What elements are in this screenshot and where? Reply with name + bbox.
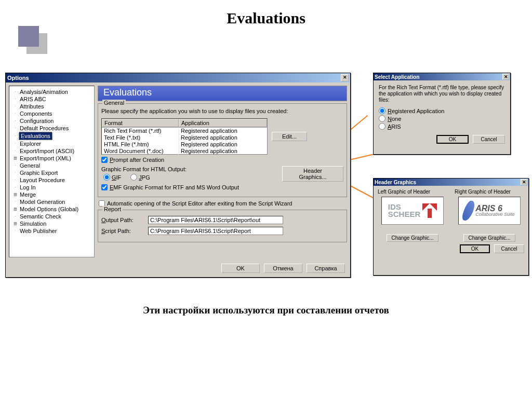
instruction-text: Please specify the application you wish …	[101, 108, 343, 114]
tree-item[interactable]: ·Explorer	[10, 140, 93, 147]
table-row[interactable]: HTML File (*.htm)Registered application	[102, 141, 267, 148]
tree-item[interactable]: ·Attributes	[10, 103, 93, 110]
tree-item[interactable]: ·Graphic Export	[10, 169, 93, 176]
prompt-after-creation-checkbox[interactable]: Prompt after Creation	[101, 157, 343, 163]
select-app-title: Select Application	[375, 74, 419, 80]
tree-item[interactable]: ·Default Procedures	[10, 125, 93, 132]
report-legend: Report	[102, 206, 123, 212]
tree-item[interactable]: ·Evaluations	[10, 132, 93, 140]
tree-item[interactable]: ⊞Merge	[10, 191, 93, 198]
tree-item[interactable]: ·Export/Import (ASCII)	[10, 147, 93, 155]
table-row[interactable]: Text File (*.txt)Registered application	[102, 134, 267, 141]
tree-item[interactable]: ·Semantic Check	[10, 213, 93, 220]
left-graphic-label: Left Graphic of Header	[378, 189, 430, 195]
select-application-dialog: Select Application ✕ For the Rich Text F…	[373, 73, 511, 155]
tree-item[interactable]: ·Log In	[10, 184, 93, 191]
group-legend: General	[102, 100, 126, 106]
script-path-label: Script Path:	[101, 228, 143, 234]
slide-caption: Эти настройки используются при составлен…	[0, 305, 532, 316]
right-graphic-label: Right Graphic of Header	[455, 189, 511, 195]
general-group: General Please specify the application y…	[98, 103, 347, 197]
cancel-button[interactable]: Cancel	[494, 244, 524, 253]
select-app-text: For the Rich Text Format (*.rtf) file ty…	[379, 85, 505, 103]
registered-app-radio[interactable]: Registered Application	[379, 107, 505, 114]
report-group: Report Output Path: Script Path:	[98, 210, 347, 242]
aris-radio[interactable]: ARIS	[379, 123, 505, 130]
gif-radio[interactable]: GIF	[103, 174, 121, 181]
emf-checkbox[interactable]: EMF Graphic Format for RTF and MS Word O…	[101, 184, 343, 190]
ok-button[interactable]: OK	[460, 244, 490, 253]
tree-item[interactable]: ·Components	[10, 110, 93, 117]
header-graphics-dialog: Header Graphics ✕ Left Graphic of Header…	[373, 178, 529, 276]
output-path-input[interactable]	[148, 216, 283, 224]
close-icon[interactable]: ✕	[502, 74, 509, 80]
tree-item[interactable]: ·Model Generation	[10, 198, 93, 205]
select-app-titlebar: Select Application ✕	[374, 73, 510, 80]
cancel-button[interactable]: Отмена	[264, 264, 302, 273]
page-title: Evaluations	[0, 0, 532, 27]
auto-open-checkbox[interactable]: Automatic opening of the Script Editor a…	[99, 200, 346, 207]
change-graphic-right-button[interactable]: Change Graphic...	[463, 234, 515, 242]
col-format[interactable]: Format	[102, 119, 179, 127]
aris-logo: ARIS 6 Collaborative Suite	[464, 201, 515, 221]
right-graphic-preview: ARIS 6 Collaborative Suite	[458, 197, 521, 225]
options-tree[interactable]: ·Analysis/Animation·ARIS ABC·Attributes·…	[9, 86, 95, 257]
close-icon[interactable]: ✕	[521, 179, 527, 185]
tree-item[interactable]: ·Web Publisher	[10, 227, 93, 235]
tree-item[interactable]: ·Analysis/Animation	[10, 88, 93, 95]
close-icon[interactable]: ✕	[341, 74, 349, 81]
tree-item[interactable]: ⊞Simulation	[10, 220, 93, 227]
header-graphics-button[interactable]: Header Graphics...	[282, 166, 343, 182]
tree-item[interactable]: ⊞Export/Import (XML)	[10, 155, 93, 162]
format-table[interactable]: Format Application Rich Text Format (*.r…	[101, 118, 268, 155]
help-button[interactable]: Справка	[307, 264, 345, 273]
cancel-button[interactable]: Cancel	[473, 135, 505, 144]
ok-button[interactable]: OK	[221, 264, 260, 273]
table-row[interactable]: Rich Text Format (*.rtf)Registered appli…	[102, 128, 267, 134]
edit-button[interactable]: Edit...	[272, 132, 307, 141]
script-path-input[interactable]	[148, 227, 283, 235]
output-path-label: Output Path:	[101, 217, 143, 223]
tree-item[interactable]: ·Layout Procedure	[10, 176, 93, 184]
tree-item[interactable]: ·ARIS ABC	[10, 95, 93, 103]
ok-button[interactable]: OK	[436, 135, 469, 144]
options-title: Options	[7, 75, 29, 81]
jpg-radio[interactable]: JPG	[130, 174, 150, 181]
none-radio[interactable]: None	[379, 115, 505, 122]
options-dialog: Options ✕ ·Analysis/Animation·ARIS ABC·A…	[5, 73, 351, 278]
tree-item[interactable]: ·Configuration	[10, 117, 93, 125]
col-application[interactable]: Application	[179, 119, 267, 127]
graphic-format-label: Graphic Format for HTML Output:	[101, 166, 187, 172]
header-graphics-titlebar: Header Graphics ✕	[374, 179, 528, 186]
tree-item[interactable]: ⊞Model Options (Global)	[10, 205, 93, 213]
change-graphic-left-button[interactable]: Change Graphic...	[387, 234, 438, 242]
panel-header: Evaluations	[98, 86, 347, 101]
tree-item[interactable]: ·General	[10, 162, 93, 169]
ids-scheer-logo: IDSSCHEER	[388, 203, 437, 218]
header-graphics-title: Header Graphics	[375, 180, 416, 185]
options-titlebar: Options ✕	[6, 73, 350, 83]
left-graphic-preview: IDSSCHEER	[381, 197, 444, 225]
table-row[interactable]: Word Document (*.doc)Registered applicat…	[102, 148, 267, 155]
